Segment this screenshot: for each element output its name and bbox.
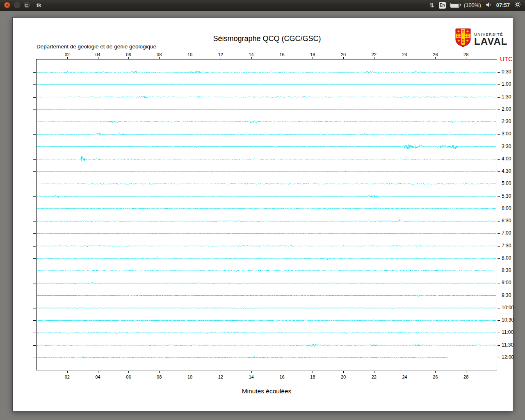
page-title: Séismographe QCQ (CGC/GSC) [119,34,415,43]
x-tick-mark-top [128,57,129,59]
x-tick-label-top: 14 [249,52,253,57]
row-time-label: 1:30 [502,94,511,100]
institution-line-1: Département de géologie et de génie géol… [37,43,156,50]
row-time-label: 8:00 [502,255,511,261]
minimize-button[interactable]: – [14,2,20,8]
row-time-label: 7:00 [502,230,511,236]
x-tick-label-bottom: 16 [279,374,284,379]
row-tick-mark-right [498,184,500,184]
row-time-label: 12:00 [502,354,514,360]
x-tick-mark-bottom [98,371,98,373]
x-tick-mark-bottom [405,371,405,373]
x-tick-mark-bottom [343,371,344,373]
x-tick-label-top: 10 [187,52,192,57]
x-tick-mark-bottom [251,371,252,373]
x-tick-label-top: 02 [65,52,70,57]
x-tick-mark-top [313,57,313,59]
row-tick-mark-right [498,97,500,98]
row-tick-mark-right [498,171,500,172]
x-tick-label-bottom: 28 [463,374,468,379]
x-tick-mark-top [466,57,466,59]
row-tick-mark-left [33,97,36,98]
row-tick-mark-left [33,72,36,73]
row-tick-mark-left [33,221,36,221]
x-tick-mark-bottom [282,371,282,373]
maximize-icon [25,4,28,7]
x-tick-label-bottom: 06 [126,374,131,379]
university-logo: UNIVERSITÉ LAVAL [455,28,507,47]
x-tick-mark-top [343,57,344,59]
row-tick-mark-right [498,72,500,73]
row-time-label: 10:30 [502,317,514,323]
x-tick-mark-bottom [435,371,436,373]
x-tick-mark-top [251,57,252,59]
row-tick-mark-right [498,147,500,147]
row-tick-mark-left [33,308,36,308]
updown-arrows-icon[interactable]: ⇅ [429,2,434,8]
row-tick-mark-left [33,159,36,160]
x-tick-mark-top [159,57,160,59]
x-tick-label-bottom: 18 [310,374,315,379]
x-tick-mark-bottom [128,371,129,373]
maximize-button[interactable] [24,2,30,8]
x-tick-mark-bottom [190,371,190,373]
row-time-label: 6:00 [502,205,511,211]
row-tick-mark-right [498,122,500,122]
row-tick-mark-right [498,296,500,296]
row-tick-mark-left [33,122,36,122]
row-tick-mark-right [498,308,500,308]
row-tick-mark-left [33,233,36,234]
row-time-label: 11:30 [502,342,514,348]
x-tick-mark-top [282,57,282,59]
row-tick-mark-right [498,110,500,110]
x-tick-label-top: 08 [157,52,162,57]
x-tick-label-top: 24 [402,52,407,57]
row-tick-mark-left [33,258,36,259]
x-tick-label-bottom: 08 [157,374,162,379]
battery-percent-label: (100%) [464,2,481,8]
row-tick-mark-left [33,184,36,184]
row-time-label: 8:30 [502,267,511,273]
volume-icon[interactable] [486,2,492,9]
system-tray: ⇅ En (100%) 07:57 [429,1,521,9]
battery-icon[interactable] [450,3,459,8]
row-tick-mark-right [498,209,500,209]
row-time-label: 0:30 [502,69,511,75]
row-tick-mark-right [498,134,500,135]
row-tick-mark-left [33,358,36,358]
row-tick-mark-right [498,320,500,321]
row-time-label: 9:30 [502,292,511,298]
row-time-label: 2:30 [502,119,511,124]
x-tick-label-top: 04 [95,52,100,57]
x-tick-label-bottom: 20 [341,374,346,379]
x-tick-label-top: 12 [218,52,223,57]
seismogram-canvas [36,59,497,370]
row-tick-mark-left [33,84,36,85]
x-tick-label-bottom: 24 [402,374,407,379]
x-axis-title: Minutes écoulées [37,388,497,395]
row-time-label: 5:00 [502,180,511,186]
x-tick-mark-top [67,57,68,59]
row-time-label: 10:00 [502,305,514,310]
close-button[interactable]: ✕ [4,2,10,8]
x-tick-mark-top [221,57,221,59]
x-tick-label-top: 06 [126,52,131,57]
minimize-icon: – [16,3,18,7]
desktop-titlebar[interactable]: ✕ – tk ⇅ En (100%) 07:57 [0,0,525,11]
close-icon: ✕ [6,3,9,7]
row-time-label: 4:30 [502,168,511,174]
x-tick-label-bottom: 14 [249,374,253,379]
clock-label[interactable]: 07:57 [496,2,510,8]
session-gear-icon[interactable] [514,1,521,9]
row-time-label: 3:30 [502,144,511,149]
row-tick-mark-left [33,333,36,333]
x-tick-label-top: 22 [372,52,377,57]
row-tick-mark-left [33,283,36,283]
battery-fill [451,4,459,7]
x-tick-mark-bottom [67,371,68,373]
laval-shield-icon [455,28,471,47]
row-tick-mark-left [33,209,36,209]
keyboard-layout-indicator[interactable]: En [439,2,446,9]
app-window: Département de géologie et de génie géol… [12,17,513,411]
x-tick-mark-top [374,57,374,59]
